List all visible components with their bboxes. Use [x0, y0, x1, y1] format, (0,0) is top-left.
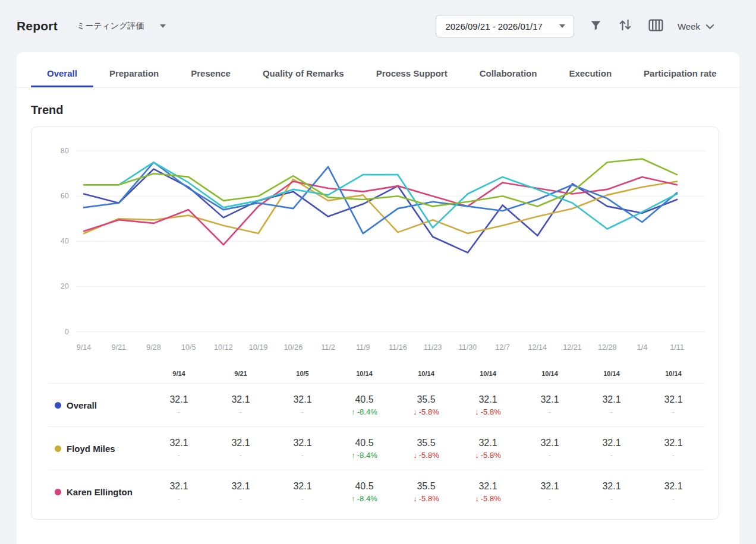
series-line-overall	[84, 169, 677, 253]
table-row-overall[interactable]: Overall32.1-32.1-32.1-40.5↑-8.4%35.5↓-5.…	[48, 383, 704, 426]
series-color-dot	[55, 445, 61, 452]
change-none: -	[642, 407, 704, 416]
cell-value: 32.1	[457, 481, 519, 492]
arrow-down-icon: ↓	[413, 407, 417, 416]
arrow-down-icon: ↓	[413, 494, 417, 503]
x-axis-tick: 11/16	[389, 343, 407, 352]
interval-select[interactable]: Week	[678, 21, 714, 31]
change-none: -	[210, 407, 272, 416]
cell-value: 32.1	[210, 438, 272, 448]
cell-value: 32.1	[272, 438, 333, 448]
table-col-header: 10/14	[642, 370, 704, 377]
tab-presence[interactable]: Presence	[175, 58, 247, 87]
cell-value: 32.1	[581, 438, 642, 448]
page-title: Report	[17, 19, 58, 33]
series-line-line-6	[84, 159, 677, 206]
arrow-down-icon: ↓	[475, 494, 479, 503]
report-card: OverallPreparationPresenceQuality of Rem…	[17, 52, 739, 544]
row-label: Overall	[48, 400, 148, 410]
table-col-header: 10/14	[457, 370, 519, 377]
x-axis-tick: 9/21	[111, 343, 126, 352]
change-none: -	[642, 494, 704, 503]
table-row-floyd-miles[interactable]: Floyd Miles32.1-32.1-32.1-40.5↑-8.4%35.5…	[48, 426, 704, 470]
x-axis-tick: 10/19	[249, 343, 268, 352]
tab-execution[interactable]: Execution	[553, 58, 628, 87]
trend-line-chart: 0204060809/149/219/2810/510/1210/1910/26…	[39, 143, 713, 360]
row-label: Floyd Miles	[48, 444, 148, 454]
change-none: -	[581, 407, 642, 416]
cell-value: 40.5	[333, 394, 395, 405]
value-cell: 35.5↓-5.8%	[395, 394, 457, 416]
value-cell: 32.1-	[210, 394, 272, 416]
table-col-header: 10/14	[519, 370, 581, 377]
change-negative: ↓-5.8%	[457, 451, 519, 460]
change-negative: ↓-5.8%	[457, 407, 519, 416]
tab-overall[interactable]: Overall	[31, 58, 93, 87]
x-axis-tick: 12/28	[598, 343, 617, 352]
date-range-picker[interactable]: 2026/09/21 - 2026/01/17	[436, 15, 574, 37]
sort-arrows-icon	[618, 18, 633, 34]
series-line-karen-ellington	[84, 177, 677, 245]
value-cell: 32.1-	[519, 394, 581, 416]
cell-value: 32.1	[642, 481, 704, 492]
tab-collaboration[interactable]: Collaboration	[464, 58, 553, 87]
value-cell: 32.1-	[642, 394, 704, 416]
cell-value: 32.1	[148, 481, 210, 492]
tab-process-support[interactable]: Process Support	[360, 58, 464, 87]
sort-button[interactable]	[618, 18, 633, 34]
row-name: Floyd Miles	[67, 444, 115, 454]
value-cell: 35.5↓-5.8%	[395, 481, 457, 503]
change-none: -	[519, 407, 581, 416]
value-cell: 32.1-	[148, 394, 210, 416]
y-axis-tick: 40	[61, 237, 69, 245]
row-label: Karen Ellington	[48, 487, 148, 497]
x-axis-tick: 10/26	[284, 343, 303, 352]
table-col-header: 9/21	[210, 370, 272, 377]
filter-button[interactable]	[590, 19, 602, 34]
cell-value: 32.1	[581, 394, 642, 405]
value-cell: 32.1↓-5.8%	[457, 438, 519, 460]
y-axis-tick: 80	[61, 147, 69, 155]
tab-participation-rate[interactable]: Participation rate	[628, 58, 733, 87]
trend-table: 9/149/2110/510/1410/1410/1410/1410/1410/…	[32, 366, 719, 513]
x-axis-tick: 9/14	[77, 343, 92, 352]
cell-value: 32.1	[210, 481, 272, 492]
table-columns-icon	[648, 19, 663, 34]
report-type-select[interactable]: ミーティング評価	[77, 21, 166, 31]
x-axis-tick: 1/4	[637, 343, 648, 352]
cell-value: 40.5	[333, 481, 395, 492]
change-positive: ↑-8.4%	[333, 407, 395, 416]
x-axis-tick: 12/21	[563, 343, 582, 352]
cell-value: 32.1	[272, 481, 333, 492]
caret-down-icon	[559, 24, 565, 28]
columns-button[interactable]	[648, 19, 663, 34]
table-row-karen-ellington[interactable]: Karen Ellington32.1-32.1-32.1-40.5↑-8.4%…	[48, 470, 704, 513]
cell-value: 32.1	[457, 394, 519, 405]
tab-quality-of-remarks[interactable]: Quality of Remarks	[247, 58, 360, 87]
cell-value: 32.1	[642, 438, 704, 448]
date-range-value: 2026/09/21 - 2026/01/17	[445, 21, 542, 31]
change-positive: ↑-8.4%	[333, 451, 395, 460]
arrow-down-icon: ↓	[475, 407, 479, 416]
report-type-label: ミーティング評価	[77, 21, 144, 31]
table-col-header: 10/5	[272, 370, 333, 377]
tab-bar: OverallPreparationPresenceQuality of Rem…	[17, 52, 739, 88]
value-cell: 32.1-	[148, 438, 210, 460]
chevron-down-icon	[705, 21, 714, 31]
y-axis-tick: 0	[65, 328, 69, 336]
trend-section-title: Trend	[31, 103, 725, 117]
change-negative: ↓-5.8%	[457, 494, 519, 503]
y-axis-tick: 60	[61, 192, 69, 200]
value-cell: 32.1-	[210, 481, 272, 503]
value-cell: 32.1-	[272, 481, 333, 503]
value-cell: 32.1-	[519, 481, 581, 503]
value-cell: 32.1-	[272, 438, 333, 460]
x-axis-tick: 12/14	[528, 343, 547, 352]
value-cell: 32.1-	[581, 394, 642, 416]
row-name: Overall	[67, 400, 97, 410]
table-header-row: 9/149/2110/510/1410/1410/1410/1410/1410/…	[48, 366, 704, 383]
change-none: -	[272, 451, 333, 460]
change-none: -	[519, 494, 581, 503]
series-line-floyd-miles	[84, 179, 677, 233]
tab-preparation[interactable]: Preparation	[93, 58, 175, 87]
